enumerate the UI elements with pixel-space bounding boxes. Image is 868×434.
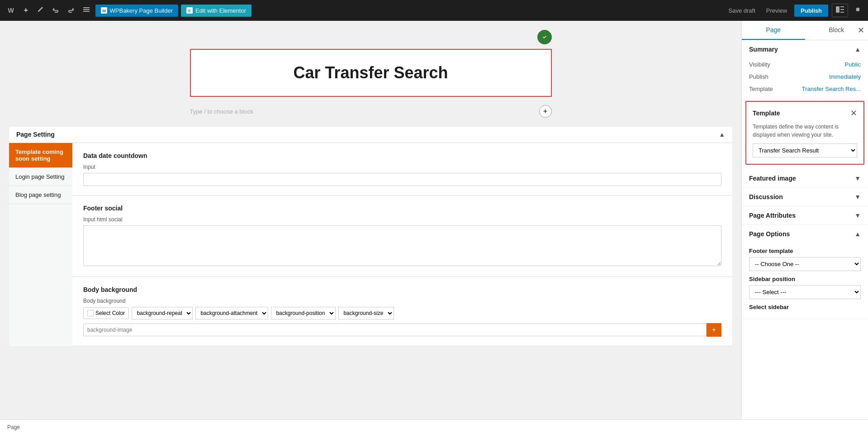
template-value[interactable]: Transfer Search Res... <box>802 86 861 92</box>
tab-page[interactable]: Page <box>742 21 805 40</box>
sidebar-tabs: Page Block <box>742 21 868 40</box>
toolbar-left: W + W WPBakery Page Builder E Edit with … <box>4 3 722 18</box>
nav-item-blog-page[interactable]: Blog page setting <box>9 186 72 204</box>
bg-position-select[interactable]: background-position left top center cent… <box>271 307 336 320</box>
content-panels: Data date countdown Input Footer social … <box>72 143 732 346</box>
summary-content: Visibility Public Publish Immediately Te… <box>742 58 868 100</box>
visibility-value[interactable]: Public <box>845 61 861 68</box>
discussion-chevron: ▼ <box>854 193 861 200</box>
right-sidebar: Page Block ✕ Summary ▲ Visibility Public <box>741 21 868 434</box>
toolbar-right: Save draft Preview Publish <box>725 3 864 18</box>
svg-rect-4 <box>83 11 90 12</box>
body-background-section: Body background Body background Select C… <box>72 277 732 346</box>
page-attributes-section: Page Attributes ▼ <box>742 206 868 225</box>
redo-button[interactable] <box>65 3 77 18</box>
editor-status-icon[interactable] <box>537 30 552 44</box>
block-placeholder: Type / to choose a block <box>190 108 253 115</box>
data-date-title: Data date countdown <box>83 152 721 159</box>
page-attributes-title: Page Attributes <box>749 212 796 219</box>
main-layout: Car Transfer Search Type / to choose a b… <box>0 21 868 434</box>
page-attributes-chevron: ▼ <box>854 212 861 219</box>
editor-top-zone <box>190 30 552 44</box>
page-settings-nav: Template coming soon setting Login page … <box>9 143 72 346</box>
page-options-header[interactable]: Page Options ▲ <box>742 225 868 243</box>
svg-rect-12 <box>836 6 840 13</box>
page-setting-section: Page Setting ▲ Template coming soon sett… <box>9 126 732 346</box>
summary-chevron: ▲ <box>854 46 861 53</box>
template-popup-close-button[interactable]: ✕ <box>850 108 857 118</box>
page-setting-title: Page Setting <box>16 131 55 138</box>
featured-image-chevron: ▼ <box>854 175 861 182</box>
bg-repeat-select[interactable]: background-repeat no-repeat repeat <box>132 307 193 320</box>
summary-section: Summary ▲ Visibility Public Publish Imme… <box>742 40 868 101</box>
template-select[interactable]: Transfer Search Result Default Template … <box>753 143 857 157</box>
summary-section-header[interactable]: Summary ▲ <box>742 40 868 58</box>
save-draft-button[interactable]: Save draft <box>725 5 759 17</box>
svg-text:W: W <box>102 9 106 13</box>
preview-button[interactable]: Preview <box>763 5 791 17</box>
main-toolbar: W + W WPBakery Page Builder E Edit with … <box>0 0 868 21</box>
publish-button[interactable]: Publish <box>794 5 828 17</box>
select-sidebar-label: Select sidebar <box>749 304 861 310</box>
template-popup: Template ✕ Templates define the way cont… <box>745 101 864 165</box>
wpbakery-label: WPBakery Page Builder <box>110 7 173 14</box>
bg-size-select[interactable]: background-size auto cover contain <box>338 307 394 320</box>
more-options-button[interactable] <box>80 3 93 18</box>
undo-button[interactable] <box>49 3 62 18</box>
edit-button[interactable] <box>34 3 47 18</box>
template-popup-title: Template <box>753 110 780 117</box>
page-options-title: Page Options <box>749 230 790 238</box>
data-date-countdown-section: Data date countdown Input <box>72 143 732 196</box>
nav-item-login-page[interactable]: Login page Setting <box>9 168 72 186</box>
summary-template-row: Template Transfer Search Res... <box>749 83 861 95</box>
page-title: Car Transfer Search <box>200 63 542 82</box>
discussion-header[interactable]: Discussion ▼ <box>742 188 868 206</box>
select-color-label: Select Color <box>95 310 125 316</box>
footer-template-select[interactable]: -- Choose One -- <box>749 257 861 271</box>
wpbakery-button[interactable]: W WPBakery Page Builder <box>95 5 178 17</box>
sidebar-close-button[interactable]: ✕ <box>858 25 864 35</box>
nav-item-template-coming-soon[interactable]: Template coming soon setting <box>9 143 72 168</box>
footer-social-label: Input html social <box>83 216 721 223</box>
sidebar-position-select[interactable]: --- Select --- Left Right No sidebar <box>749 285 861 299</box>
page-setting-row: Template coming soon setting Login page … <box>9 143 732 346</box>
footer-social-section: Footer social Input html social <box>72 196 732 277</box>
svg-rect-9 <box>840 6 844 7</box>
svg-rect-11 <box>840 12 844 13</box>
template-label: Template <box>749 86 773 92</box>
bg-attachment-select[interactable]: background-attachment scroll fixed <box>195 307 268 320</box>
footer-social-textarea[interactable] <box>83 225 721 266</box>
wp-logo[interactable]: W <box>4 3 18 18</box>
discussion-section: Discussion ▼ <box>742 188 868 206</box>
page-attributes-header[interactable]: Page Attributes ▼ <box>742 206 868 224</box>
publish-value[interactable]: Immediately <box>829 73 861 80</box>
featured-image-title: Featured image <box>749 175 796 182</box>
new-page-button[interactable]: + <box>21 3 31 18</box>
page-options-section: Page Options ▲ Footer template -- Choose… <box>742 225 868 319</box>
add-block-button[interactable]: + <box>539 105 552 118</box>
select-color-button[interactable]: Select Color <box>83 307 129 319</box>
bottom-bar-label: Page <box>7 424 20 430</box>
add-block-row: Type / to choose a block + <box>190 101 552 121</box>
elementor-button[interactable]: E Edit with Elementor <box>181 5 251 17</box>
editor-area: Car Transfer Search Type / to choose a b… <box>0 21 741 434</box>
title-block[interactable]: Car Transfer Search <box>190 49 552 97</box>
template-popup-header: Template ✕ <box>753 108 857 118</box>
svg-rect-2 <box>83 7 90 8</box>
sidebar-toggle-button[interactable] <box>832 4 848 17</box>
svg-text:E: E <box>188 9 191 13</box>
data-date-input[interactable] <box>83 173 721 186</box>
data-date-label: Input <box>83 164 721 170</box>
template-popup-description: Templates define the way content is disp… <box>753 123 857 139</box>
color-swatch <box>87 310 94 316</box>
svg-rect-3 <box>83 9 90 10</box>
summary-publish-row: Publish Immediately <box>749 71 861 83</box>
bg-image-input[interactable] <box>83 324 707 336</box>
bottom-bar: Page <box>0 420 868 434</box>
featured-image-header[interactable]: Featured image ▼ <box>742 169 868 187</box>
summary-title: Summary <box>749 46 778 53</box>
settings-button[interactable] <box>852 3 864 18</box>
page-setting-collapse-icon[interactable]: ▲ <box>719 131 725 138</box>
featured-image-section: Featured image ▼ <box>742 169 868 188</box>
bg-image-add-button[interactable]: + <box>707 323 721 337</box>
